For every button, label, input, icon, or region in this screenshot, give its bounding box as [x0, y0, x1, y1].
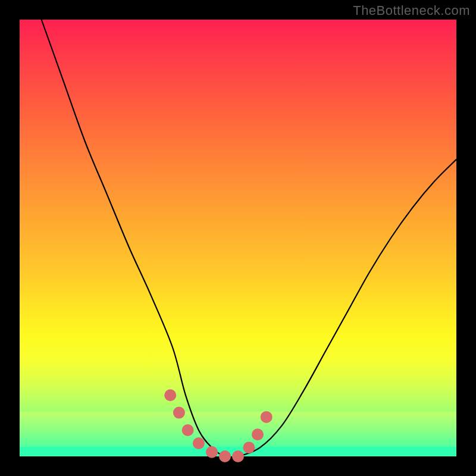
- highlight-point: [219, 450, 231, 462]
- highlight-point: [252, 428, 264, 440]
- bottleneck-curve: [42, 20, 456, 458]
- highlight-point: [206, 446, 218, 458]
- highlight-point: [243, 441, 255, 453]
- highlight-point: [261, 411, 273, 423]
- watermark-text: TheBottleneck.com: [353, 3, 470, 18]
- bottleneck-curve-svg: [20, 20, 456, 456]
- highlight-point: [193, 437, 205, 449]
- highlight-point: [182, 424, 194, 436]
- highlight-point: [173, 407, 185, 419]
- highlight-point: [232, 450, 244, 462]
- highlight-point: [164, 389, 176, 401]
- chart-plot-area: [20, 20, 456, 456]
- highlight-points-group: [164, 389, 273, 462]
